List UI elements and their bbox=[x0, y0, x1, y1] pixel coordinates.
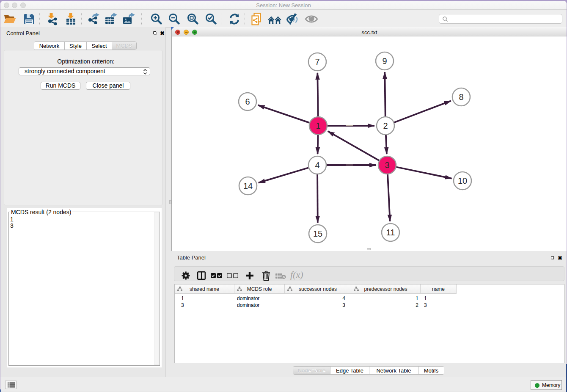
svg-text:10: 10 bbox=[458, 176, 467, 185]
svg-text:15: 15 bbox=[313, 229, 322, 238]
svg-text:6: 6 bbox=[245, 97, 250, 106]
svg-text:1: 1 bbox=[316, 121, 320, 130]
svg-text:11: 11 bbox=[386, 228, 395, 237]
svg-text:4: 4 bbox=[315, 160, 319, 170]
svg-text:9: 9 bbox=[382, 56, 387, 66]
svg-text:3: 3 bbox=[385, 160, 389, 170]
svg-text:8: 8 bbox=[459, 92, 463, 102]
svg-text:14: 14 bbox=[243, 181, 253, 190]
svg-text:7: 7 bbox=[315, 57, 319, 66]
svg-text:2: 2 bbox=[383, 121, 388, 130]
